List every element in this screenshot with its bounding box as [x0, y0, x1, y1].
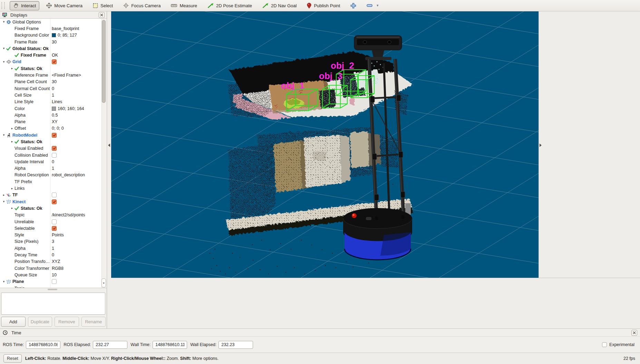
- display-property-row[interactable]: Visual Enabled: [0, 145, 107, 152]
- minus-tool-button[interactable]: ▼: [363, 1, 382, 10]
- display-property-row[interactable]: Fixed FrameOK: [0, 52, 107, 58]
- tool-focus-camera-button[interactable]: Focus Camera: [120, 1, 164, 10]
- property-value[interactable]: 1: [52, 246, 54, 251]
- property-value[interactable]: Points: [52, 233, 64, 237]
- display-property-row[interactable]: ▾Plane: [0, 278, 107, 285]
- property-checkbox[interactable]: [52, 133, 57, 138]
- expander-down-icon[interactable]: ▾: [1, 280, 6, 283]
- display-property-row[interactable]: Alpha1: [0, 245, 107, 252]
- display-property-row[interactable]: Collision Enabled: [0, 152, 107, 158]
- expander-down-icon[interactable]: ▾: [1, 60, 6, 63]
- display-property-row[interactable]: ▾Global Options: [0, 19, 107, 25]
- display-property-row[interactable]: ▸Links: [0, 185, 107, 191]
- scrollbar-down-arrow-icon[interactable]: ▾: [101, 278, 106, 287]
- display-property-row[interactable]: Normal Cell Count0: [0, 85, 107, 92]
- panel-splitter[interactable]: [107, 11, 111, 328]
- time-field-input[interactable]: [219, 341, 253, 349]
- close-time-panel-button[interactable]: [631, 330, 637, 336]
- plus-tool-button[interactable]: [347, 1, 360, 10]
- display-property-row[interactable]: Line StyleLines: [0, 99, 107, 105]
- display-property-row[interactable]: Size (Pixels)3: [0, 238, 107, 245]
- property-value[interactable]: 0; 0; 0: [52, 126, 64, 131]
- property-checkbox[interactable]: [52, 219, 57, 224]
- expander-right-icon[interactable]: ▸: [10, 207, 14, 210]
- property-value[interactable]: base_footprint: [52, 26, 79, 31]
- display-property-row[interactable]: Alpha0.5: [0, 112, 107, 118]
- display-property-row[interactable]: Cell Size1: [0, 92, 107, 98]
- display-property-row[interactable]: Topic: [0, 285, 107, 288]
- property-value[interactable]: XYZ: [52, 259, 60, 264]
- toolbar-drag-handle-icon[interactable]: [1, 2, 5, 9]
- expander-down-icon[interactable]: ▾: [1, 47, 6, 50]
- expander-down-icon[interactable]: ▾: [1, 200, 6, 203]
- property-checkbox[interactable]: [52, 59, 57, 64]
- tool-2d-pose-estimate-button[interactable]: 2D Pose Estimate: [204, 1, 255, 10]
- display-property-row[interactable]: Plane Cell Count30: [0, 79, 107, 85]
- property-checkbox[interactable]: [52, 199, 57, 204]
- time-field-input[interactable]: [93, 341, 127, 349]
- tree-scrollbar[interactable]: ▾: [101, 19, 106, 288]
- tree-horizontal-scrollbar[interactable]: [48, 289, 57, 290]
- expander-right-icon[interactable]: ▸: [1, 194, 6, 197]
- property-value[interactable]: 0.5: [52, 113, 58, 118]
- display-property-row[interactable]: TF Prefix: [0, 178, 107, 185]
- tree-scrollbar-thumb[interactable]: [102, 20, 106, 103]
- display-property-row[interactable]: Frame Rate30: [0, 39, 107, 45]
- display-property-row[interactable]: ▸Offset0; 0; 0: [0, 125, 107, 132]
- display-property-row[interactable]: Fixed Framebase_footprint: [0, 25, 107, 32]
- tool-interact-button[interactable]: Interact: [10, 1, 39, 10]
- display-property-row[interactable]: ▾Global Status: Ok: [0, 45, 107, 52]
- display-property-row[interactable]: Update Interval0: [0, 158, 107, 165]
- time-field-input[interactable]: [153, 341, 187, 349]
- expander-right-icon[interactable]: ▸: [10, 127, 14, 130]
- collapse-left-arrow-icon[interactable]: [108, 144, 110, 147]
- display-property-row[interactable]: ▸Status: Ok: [0, 205, 107, 211]
- expander-right-icon[interactable]: ▸: [10, 140, 14, 143]
- close-displays-panel-button[interactable]: [99, 12, 105, 18]
- display-property-tree[interactable]: ▾Global OptionsFixed Framebase_footprint…: [0, 18, 107, 288]
- display-property-row[interactable]: Robot Descriptionrobot_description: [0, 172, 107, 178]
- display-property-row[interactable]: Topic/kinect2/sd/points: [0, 212, 107, 218]
- property-value[interactable]: 0: [52, 159, 54, 164]
- expander-right-icon[interactable]: ▸: [10, 187, 14, 190]
- display-property-row[interactable]: ▾Grid: [0, 59, 107, 65]
- display-property-row[interactable]: ▸TF: [0, 192, 107, 198]
- property-checkbox[interactable]: [52, 279, 57, 284]
- display-property-row[interactable]: ▾RobotModel: [0, 132, 107, 138]
- property-checkbox[interactable]: [52, 226, 57, 231]
- property-value[interactable]: 0: [52, 253, 54, 257]
- expander-right-icon[interactable]: ▸: [10, 67, 14, 70]
- display-property-row[interactable]: ▸Status: Ok: [0, 138, 107, 145]
- 3d-scene[interactable]: obj_1 obj_2 obj_3: [111, 11, 539, 278]
- property-value[interactable]: 160; 160; 164: [58, 106, 84, 111]
- add-button[interactable]: Add: [1, 317, 26, 327]
- display-property-row[interactable]: Selectable: [0, 225, 107, 232]
- expander-down-icon[interactable]: ▾: [1, 20, 6, 23]
- display-property-row[interactable]: ▾Kinect: [0, 198, 107, 205]
- property-checkbox[interactable]: [52, 153, 57, 158]
- property-value[interactable]: OK: [52, 53, 58, 58]
- property-checkbox[interactable]: [52, 146, 57, 151]
- tool-select-button[interactable]: Select: [89, 1, 116, 10]
- 3d-viewport[interactable]: obj_1 obj_2 obj_3: [111, 11, 539, 278]
- expander-down-icon[interactable]: ▾: [1, 134, 6, 137]
- tool-publish-point-button[interactable]: Publish Point: [303, 1, 343, 10]
- property-value[interactable]: 3: [52, 239, 54, 244]
- property-value[interactable]: robot_description: [52, 173, 85, 177]
- property-value[interactable]: 30: [52, 79, 57, 84]
- display-property-row[interactable]: ▸Status: Ok: [0, 65, 107, 72]
- property-value[interactable]: 0: [52, 86, 54, 91]
- display-property-row[interactable]: Background Color0; 85; 127: [0, 32, 107, 39]
- display-property-row[interactable]: Color160; 160; 164: [0, 105, 107, 112]
- property-value[interactable]: <Fixed Frame>: [52, 73, 81, 78]
- property-value[interactable]: RGB8: [52, 266, 64, 271]
- tool-move-camera-button[interactable]: Move Camera: [43, 1, 86, 10]
- property-value[interactable]: Lines: [52, 99, 62, 104]
- dropdown-arrow-icon[interactable]: ▼: [376, 4, 379, 7]
- display-property-row[interactable]: PlaneXY: [0, 118, 107, 125]
- property-value[interactable]: 10: [52, 273, 57, 277]
- property-value[interactable]: XY: [52, 119, 58, 124]
- property-value[interactable]: 0; 85; 127: [58, 33, 77, 38]
- display-property-row[interactable]: Position Transfo…XYZ: [0, 258, 107, 265]
- tool-measure-button[interactable]: Measure: [167, 1, 201, 10]
